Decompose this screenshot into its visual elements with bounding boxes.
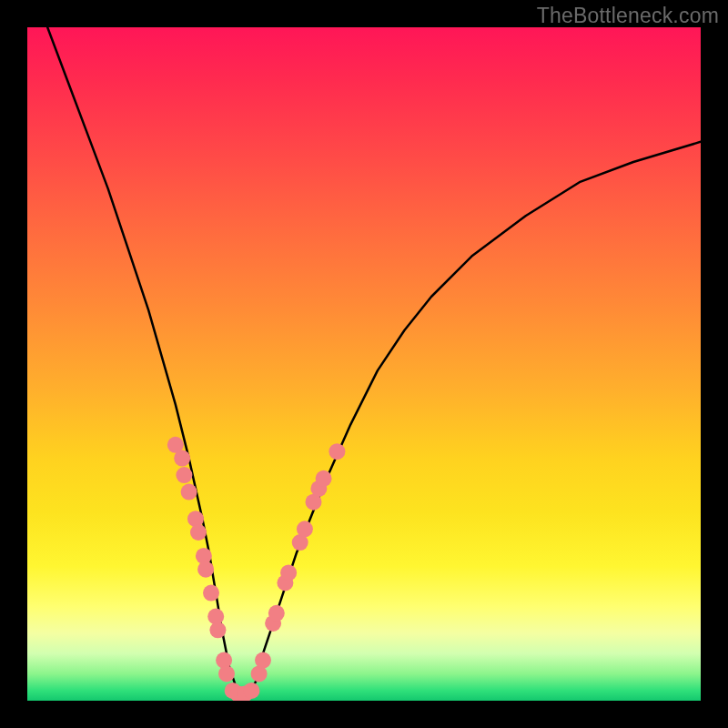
data-dot xyxy=(174,450,190,467)
data-dot xyxy=(218,665,235,682)
chart-svg-layer xyxy=(27,27,701,701)
watermark-text: TheBottleneck.com xyxy=(537,4,719,28)
data-dot xyxy=(181,484,197,500)
data-dot xyxy=(187,511,204,527)
figure-frame: TheBottleneck.com xyxy=(0,0,728,728)
data-dot xyxy=(297,521,313,537)
data-dot xyxy=(280,564,297,581)
data-dot xyxy=(243,682,259,699)
bottleneck-curve-path xyxy=(47,27,701,694)
data-dot xyxy=(176,467,192,483)
data-dot xyxy=(255,652,271,669)
data-dot xyxy=(203,585,219,602)
data-dot xyxy=(316,470,332,487)
bottleneck-curve xyxy=(47,27,701,694)
data-dot xyxy=(197,561,214,578)
data-dot xyxy=(190,524,207,541)
data-dot xyxy=(209,622,226,638)
data-dot xyxy=(268,605,285,622)
data-dot xyxy=(329,443,345,460)
plot-area xyxy=(27,27,701,701)
